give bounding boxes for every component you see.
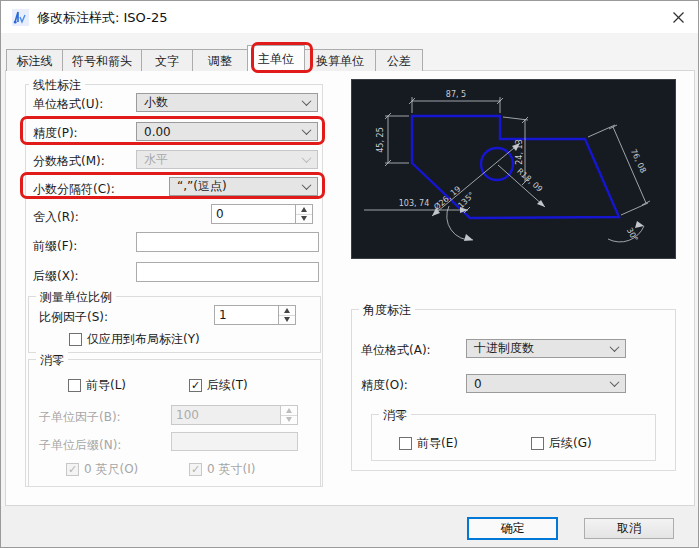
angular-zero-suppression-label: 消零 — [379, 407, 411, 424]
angular-unit-format-select[interactable]: 十进制度数 — [466, 339, 626, 358]
subunit-factor-value: 100 — [171, 405, 280, 425]
angular-trailing-checkbox[interactable] — [531, 437, 544, 450]
zero-inches-row: 0 英寸(I) — [189, 461, 255, 478]
spinner-up-button[interactable] — [296, 205, 312, 215]
zero-inches-label: 0 英寸(I) — [207, 461, 255, 478]
preview-dim-left: 45, 25 — [376, 127, 385, 152]
suffix-label: 后缀(X): — [33, 268, 79, 285]
tab-primary-units[interactable]: 主单位 — [247, 45, 305, 71]
unit-format-select[interactable]: 小数 — [136, 93, 318, 112]
title-bar: 修改标注样式: ISO-25 — [1, 1, 699, 33]
preview-dim-top: 87, 5 — [446, 90, 466, 99]
leading-zero-label: 前导(L) — [86, 377, 126, 394]
apply-to-layout-label: 仅应用到布局标注(Y) — [87, 331, 200, 348]
close-icon — [673, 12, 684, 23]
zero-feet-checkbox — [66, 463, 79, 476]
angular-leading-row: 前导(E) — [399, 435, 458, 452]
unit-format-value: 小数 — [144, 94, 168, 111]
scale-factor-label: 比例因子(S): — [39, 309, 108, 326]
close-button[interactable] — [663, 5, 693, 29]
cancel-button[interactable]: 取消 — [584, 518, 674, 539]
dimension-preview-panel: 87, 5 45, 25 24, 13 Ø26, 19 R18, 09 103,… — [351, 79, 676, 259]
spinner-down-button[interactable] — [279, 316, 295, 325]
scale-factor-spinner[interactable]: 1 — [214, 305, 296, 325]
round-off-label: 舍入(R): — [33, 209, 79, 226]
precision-value: 0.00 — [144, 125, 171, 139]
tab-symbols-arrows[interactable]: 符号和箭头 — [62, 49, 142, 71]
round-off-value: 0 — [211, 204, 295, 224]
leading-zero-row: 前导(L) — [68, 377, 126, 394]
angular-leading-checkbox[interactable] — [399, 437, 412, 450]
apply-to-layout-checkbox[interactable] — [69, 333, 82, 346]
preview-dim-bottom: 103, 74 — [399, 199, 430, 208]
modify-dimension-style-dialog: 修改标注样式: ISO-25 标注线 符号和箭头 文字 调整 主单位 换算单位 … — [0, 0, 699, 548]
zero-feet-label: 0 英尺(O) — [84, 461, 138, 478]
prefix-input[interactable] — [136, 232, 319, 252]
spinner-up-button — [281, 406, 297, 416]
linear-dimensions-group-label: 线性标注 — [29, 77, 85, 94]
arrow-down-icon — [286, 417, 292, 422]
fraction-format-select: 水平 — [136, 150, 318, 169]
chevron-down-icon — [303, 128, 311, 136]
spinner-down-button[interactable] — [296, 215, 312, 224]
angular-unit-format-value: 十进制度数 — [474, 340, 534, 357]
arrow-up-icon — [284, 308, 290, 313]
zero-feet-row: 0 英尺(O) — [66, 461, 138, 478]
precision-select[interactable]: 0.00 — [136, 122, 318, 141]
subunit-suffix-input — [171, 432, 298, 451]
arrow-down-icon — [284, 317, 290, 322]
chevron-down-icon — [611, 380, 619, 388]
fraction-format-value: 水平 — [144, 151, 168, 168]
tab-alternate-units[interactable]: 换算单位 — [304, 49, 376, 71]
dialog-title: 修改标注样式: ISO-25 — [37, 9, 167, 27]
ok-button[interactable]: 确定 — [467, 517, 558, 540]
decimal-separator-value: “,”(逗点) — [177, 178, 227, 195]
prefix-field-wrap — [136, 231, 319, 251]
dimension-preview-drawing: 87, 5 45, 25 24, 13 Ø26, 19 R18, 09 103,… — [352, 80, 675, 258]
angular-precision-select[interactable]: 0 — [466, 374, 626, 393]
spinner-down-button — [281, 416, 297, 425]
angular-unit-format-label: 单位格式(A): — [361, 342, 431, 359]
angular-trailing-label: 后续(G) — [549, 435, 592, 452]
scale-factor-value: 1 — [214, 305, 278, 325]
arrow-down-icon — [301, 216, 307, 221]
tab-tolerances[interactable]: 公差 — [375, 49, 423, 71]
round-off-spinner[interactable]: 0 — [211, 204, 313, 224]
tab-fit[interactable]: 调整 — [192, 49, 248, 71]
suffix-input[interactable] — [136, 262, 319, 282]
fraction-format-label: 分数格式(M): — [33, 153, 105, 170]
unit-format-label: 单位格式(U): — [33, 96, 103, 113]
zero-inches-checkbox — [189, 463, 202, 476]
preview-dim-radius: R18, 09 — [515, 166, 544, 193]
subunit-suffix-label: 子单位后缀(N): — [39, 437, 121, 454]
dimension-style-icon — [12, 9, 29, 26]
decimal-separator-select[interactable]: “,”(逗点) — [169, 177, 318, 196]
chevron-down-icon — [303, 183, 311, 191]
chevron-down-icon — [303, 99, 311, 107]
angular-precision-value: 0 — [474, 377, 482, 391]
precision-label: 精度(P): — [33, 125, 78, 142]
chevron-down-icon — [303, 156, 311, 164]
apply-to-layout-row: 仅应用到布局标注(Y) — [69, 331, 200, 348]
linear-zero-suppression-label: 消零 — [36, 352, 68, 369]
angular-trailing-row: 后续(G) — [531, 435, 592, 452]
arrow-up-icon — [301, 207, 307, 212]
preview-dim-step: 24, 13 — [515, 139, 524, 164]
angular-dimensions-group-label: 角度标注 — [359, 302, 415, 319]
trailing-zero-label: 后续(T) — [207, 377, 248, 394]
tab-text[interactable]: 文字 — [141, 49, 193, 71]
trailing-zero-checkbox[interactable] — [189, 379, 202, 392]
tab-lines[interactable]: 标注线 — [6, 49, 63, 71]
tab-bar: 标注线 符号和箭头 文字 调整 主单位 换算单位 公差 — [6, 47, 422, 71]
trailing-zero-row: 后续(T) — [189, 377, 248, 394]
arrow-up-icon — [286, 408, 292, 413]
prefix-label: 前缀(F): — [33, 238, 77, 255]
leading-zero-checkbox[interactable] — [68, 379, 81, 392]
chevron-down-icon — [611, 345, 619, 353]
angular-precision-label: 精度(O): — [361, 377, 408, 394]
angular-leading-label: 前导(E) — [417, 435, 458, 452]
decimal-separator-label: 小数分隔符(C): — [33, 181, 115, 198]
subunit-factor-spinner: 100 — [171, 405, 298, 425]
suffix-field-wrap — [136, 261, 319, 281]
spinner-up-button[interactable] — [279, 306, 295, 316]
